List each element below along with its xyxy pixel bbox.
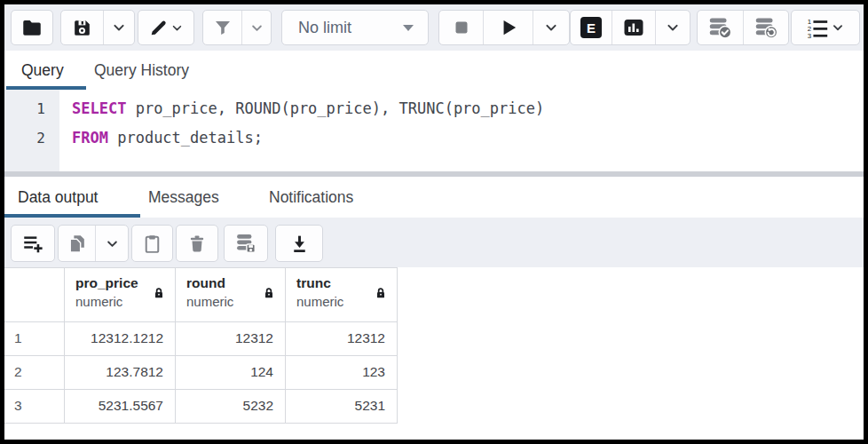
- cell-pro-price[interactable]: 5231.5567: [65, 390, 176, 424]
- analyze-chart-icon: [623, 17, 644, 38]
- results-grid: pro_price numeric round numeric trunc nu…: [4, 267, 864, 440]
- tab-query[interactable]: Query: [21, 51, 64, 90]
- rollback-db-undo-icon: [753, 14, 779, 41]
- commit-button[interactable]: [698, 11, 744, 44]
- copy-icon: [66, 233, 88, 255]
- stop-button[interactable]: [439, 11, 484, 44]
- tab-data-output[interactable]: Data output: [18, 177, 98, 218]
- tab-query-history[interactable]: Query History: [94, 51, 189, 90]
- sql-line-2: FROM product_details;: [72, 129, 263, 147]
- save-data-changes-button[interactable]: [225, 226, 267, 261]
- column-header-pro-price[interactable]: pro_price numeric: [65, 267, 176, 322]
- macros-numbered-list-icon: 1 2 3: [806, 16, 830, 40]
- paste-button[interactable]: [132, 226, 172, 261]
- copy-button[interactable]: [59, 226, 96, 261]
- column-header-round[interactable]: round numeric: [176, 267, 286, 322]
- cell-pro-price[interactable]: 123.7812: [65, 356, 176, 390]
- chevron-down-icon: [110, 19, 128, 36]
- open-file-button[interactable]: [12, 11, 52, 44]
- cell-pro-price[interactable]: 12312.1212: [65, 322, 176, 356]
- row-limit-select[interactable]: No limit: [282, 11, 428, 44]
- filter-button[interactable]: [203, 11, 242, 44]
- add-row-button[interactable]: [12, 226, 54, 261]
- delete-row-button[interactable]: [177, 226, 217, 261]
- save-button[interactable]: [61, 11, 104, 44]
- tab-messages[interactable]: Messages: [148, 177, 219, 218]
- sql-code: product_details;: [108, 129, 263, 147]
- line-number: 1: [4, 100, 45, 117]
- chevron-down-icon: [542, 19, 560, 36]
- macros-dropdown-button[interactable]: 1 2 3: [792, 11, 859, 44]
- download-icon: [288, 233, 311, 255]
- edit-dropdown-button[interactable]: [138, 11, 193, 44]
- chevron-down-icon: [170, 20, 185, 36]
- chevron-down-icon: [830, 20, 846, 36]
- copy-dropdown-button[interactable]: [96, 226, 128, 261]
- tab-notifications[interactable]: Notifications: [269, 177, 353, 218]
- cell-trunc[interactable]: 12312: [286, 322, 398, 356]
- sql-keyword: FROM: [72, 129, 108, 147]
- explain-button[interactable]: E: [571, 11, 612, 44]
- sql-editor[interactable]: 1 2 SELECT pro_price, ROUND(pro_price), …: [4, 90, 864, 171]
- stop-icon: [451, 17, 472, 38]
- add-row-icon: [21, 232, 44, 255]
- cell-trunc[interactable]: 123: [286, 356, 398, 390]
- chevron-down-icon: [104, 235, 121, 252]
- commit-db-check-icon: [706, 14, 733, 41]
- row-limit-value: No limit: [298, 19, 351, 37]
- output-tab-bar: Data output Messages Notifications: [4, 177, 864, 218]
- query-tab-bar: Query Query History: [4, 51, 864, 91]
- column-header-trunc[interactable]: trunc numeric: [286, 267, 398, 322]
- edit-pencil-icon: [147, 17, 170, 39]
- cell-round[interactable]: 12312: [176, 322, 286, 356]
- open-file-icon: [20, 16, 43, 39]
- cell-trunc[interactable]: 5231: [286, 390, 398, 424]
- explain-analyze-button[interactable]: [612, 11, 656, 44]
- rollback-button[interactable]: [744, 11, 789, 44]
- execute-button[interactable]: [484, 11, 533, 44]
- lock-icon: [374, 286, 388, 300]
- filter-icon: [212, 17, 233, 38]
- filter-dropdown-button[interactable]: [242, 11, 271, 44]
- cell-round[interactable]: 124: [176, 356, 286, 390]
- sql-code: pro_price, ROUND(pro_price), TRUNC(pro_p…: [126, 99, 544, 117]
- save-data-db-icon: [233, 231, 258, 256]
- select-all-corner-cell[interactable]: [4, 267, 65, 322]
- download-csv-button[interactable]: [276, 226, 322, 261]
- lock-icon: [262, 286, 276, 300]
- row-header[interactable]: 3: [4, 390, 65, 424]
- pgadmin-query-tool-window: No limit E: [0, 0, 868, 444]
- explain-dropdown-button[interactable]: [656, 11, 690, 44]
- lock-icon: [152, 286, 166, 300]
- play-icon: [497, 16, 520, 39]
- sql-line-1: SELECT pro_price, ROUND(pro_price), TRUN…: [72, 99, 544, 117]
- explain-icon: E: [580, 17, 602, 38]
- save-dropdown-button[interactable]: [104, 11, 134, 44]
- line-number: 2: [4, 130, 45, 147]
- row-header[interactable]: 2: [4, 356, 65, 390]
- trash-icon: [186, 233, 208, 254]
- sql-keyword: SELECT: [72, 99, 126, 117]
- main-toolbar: No limit E: [4, 4, 864, 52]
- execute-dropdown-button[interactable]: [533, 11, 569, 44]
- cell-round[interactable]: 5232: [176, 390, 286, 424]
- paste-clipboard-icon: [141, 233, 163, 255]
- save-icon: [71, 17, 93, 39]
- chevron-down-icon: [249, 20, 265, 36]
- row-header[interactable]: 1: [4, 322, 65, 356]
- svg-text:3: 3: [807, 31, 811, 39]
- data-output-toolbar: [4, 218, 864, 267]
- select-caret-icon: [403, 25, 414, 31]
- chevron-down-icon: [664, 19, 682, 36]
